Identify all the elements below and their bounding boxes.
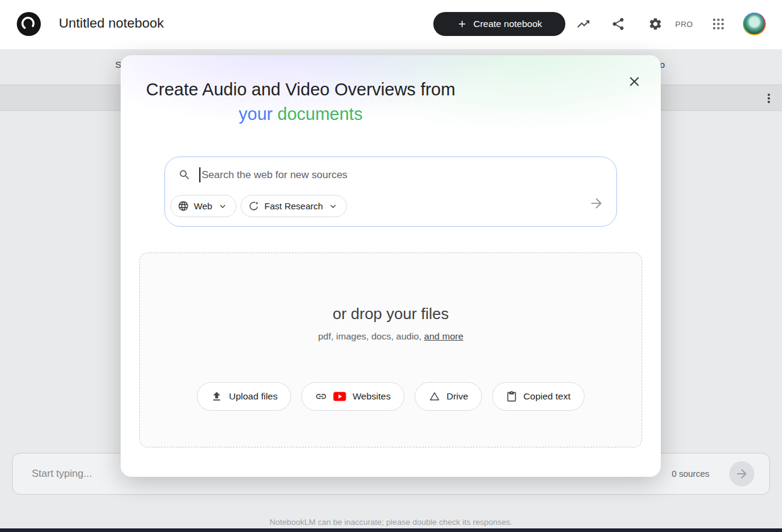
dropzone-formats: pdf, images, docs, audio, and more <box>140 331 642 342</box>
drive-button[interactable]: Drive <box>415 382 482 411</box>
apps-grid-icon[interactable] <box>711 17 726 31</box>
drive-label: Drive <box>447 391 468 402</box>
more-vertical-icon[interactable] <box>762 91 776 106</box>
settings-gear-icon[interactable] <box>648 17 663 31</box>
upload-files-label: Upload files <box>229 391 277 402</box>
pro-badge: PRO <box>675 20 693 29</box>
sources-count: 0 sources <box>672 469 709 479</box>
file-dropzone[interactable]: or drop your files pdf, images, docs, au… <box>139 253 642 447</box>
sparkle-research-icon <box>248 200 260 212</box>
create-sources-modal: Create Audio and Video Overviews from yo… <box>121 55 661 477</box>
search-submit-button[interactable] <box>589 194 607 212</box>
websites-button[interactable]: Websites <box>301 382 404 411</box>
search-icon <box>178 169 191 181</box>
upload-files-button[interactable]: Upload files <box>197 382 291 411</box>
source-buttons-row: Upload files Websites Drive <box>140 382 642 411</box>
source-scope-label: Web <box>194 201 212 211</box>
research-mode-chip[interactable]: Fast Research <box>241 195 347 217</box>
send-button[interactable] <box>729 461 754 486</box>
chevron-down-icon <box>328 201 338 212</box>
web-search-box: Web Fast Research <box>164 157 617 227</box>
plus-icon <box>457 19 468 29</box>
websites-label: Websites <box>352 391 390 402</box>
chat-input-placeholder: Start typing... <box>32 468 92 480</box>
create-notebook-label: Create notebook <box>474 19 543 29</box>
drive-icon <box>429 390 441 402</box>
research-mode-label: Fast Research <box>265 201 323 211</box>
trending-up-icon[interactable] <box>576 17 591 31</box>
text-caret <box>199 167 200 182</box>
notebooklm-logo[interactable] <box>17 12 41 36</box>
share-icon[interactable] <box>611 17 625 31</box>
search-option-chips: Web Fast Research <box>170 195 347 217</box>
close-icon[interactable] <box>627 74 642 89</box>
search-row <box>165 157 616 182</box>
modal-title-highlight-green: documents <box>277 104 362 124</box>
modal-title-highlight-blue: your <box>239 104 272 124</box>
search-input[interactable] <box>202 169 604 181</box>
dropzone-formats-text: pdf, images, docs, audio, <box>318 331 421 341</box>
youtube-icon <box>333 392 346 401</box>
globe-icon <box>178 200 189 212</box>
disclaimer-text: NotebookLM can be inaccurate; please dou… <box>0 518 782 527</box>
copied-text-button[interactable]: Copied text <box>492 382 584 411</box>
copied-text-label: Copied text <box>523 391 570 402</box>
modal-title: Create Audio and Video Overviews from yo… <box>121 77 481 127</box>
notebook-title[interactable]: Untitled notebook <box>59 16 164 31</box>
link-icon <box>315 390 327 402</box>
clipboard-icon <box>506 391 517 402</box>
avatar-image <box>744 14 765 34</box>
app-header: Untitled notebook Create notebook PRO <box>0 0 782 49</box>
avatar[interactable] <box>743 13 766 35</box>
create-notebook-button[interactable]: Create notebook <box>433 12 565 36</box>
send-arrow-icon <box>735 467 749 481</box>
chevron-down-icon <box>217 201 228 212</box>
arrow-right-icon <box>589 196 607 211</box>
bottom-edge-strip <box>0 528 782 532</box>
source-scope-chip[interactable]: Web <box>170 195 236 217</box>
and-more-link[interactable]: and more <box>424 331 463 341</box>
modal-title-line1: Create Audio and Video Overviews from <box>146 80 455 99</box>
dropzone-heading: or drop your files <box>140 305 642 323</box>
upload-icon <box>211 390 223 402</box>
